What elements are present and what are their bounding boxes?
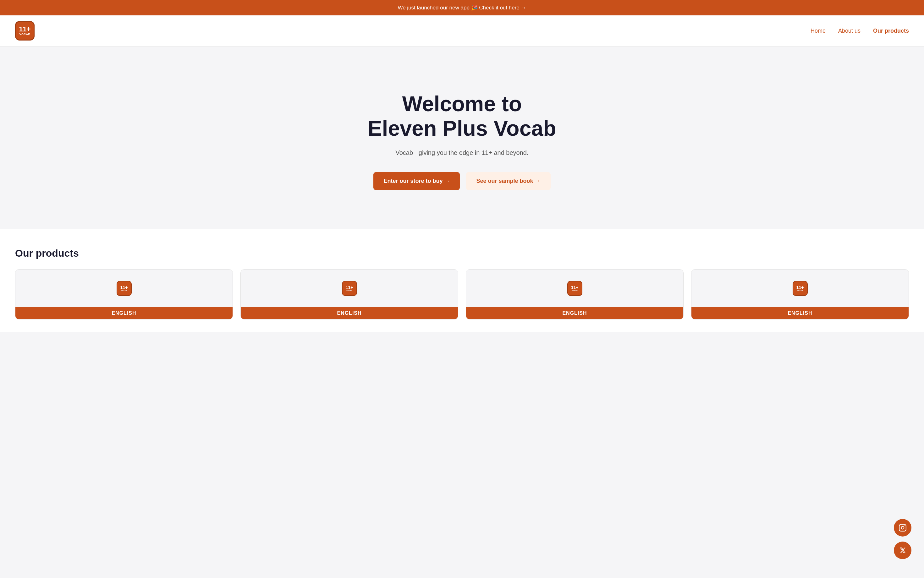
- product-logo-1: 11+ Vocab: [117, 281, 132, 296]
- product-card-1[interactable]: 11+ Vocab ENGLISH: [15, 269, 233, 320]
- product-card-3[interactable]: 11+ Vocab ENGLISH: [466, 269, 683, 320]
- nav-products[interactable]: Our products: [873, 28, 909, 34]
- hero-buttons: Enter our store to buy → See our sample …: [373, 172, 550, 190]
- announcement-link[interactable]: here →: [509, 5, 526, 11]
- hero-title-line2: Eleven Plus Vocab: [368, 116, 556, 140]
- products-section-title: Our products: [15, 248, 909, 259]
- logo-vocab: Vocab: [19, 32, 30, 36]
- product-card-top-4: 11+ Vocab: [691, 270, 909, 307]
- nav-home[interactable]: Home: [810, 28, 826, 34]
- logo[interactable]: 11+ Vocab: [15, 21, 34, 41]
- hero-section: Welcome to Eleven Plus Vocab Vocab - giv…: [0, 47, 924, 229]
- product-logo-4: 11+ Vocab: [793, 281, 808, 296]
- products-section: Our products 11+ Vocab ENGLISH 11+ Vocab…: [0, 229, 924, 332]
- hero-subtitle: Vocab - giving you the edge in 11+ and b…: [395, 149, 528, 156]
- product-label-4: ENGLISH: [691, 307, 909, 319]
- sample-book-button[interactable]: See our sample book →: [466, 172, 550, 190]
- product-card-top-3: 11+ Vocab: [466, 270, 683, 307]
- products-grid: 11+ Vocab ENGLISH 11+ Vocab ENGLISH 11+ …: [15, 269, 909, 320]
- product-label-1: ENGLISH: [15, 307, 233, 319]
- hero-title-line1: Welcome to: [402, 92, 522, 115]
- announcement-text: We just launched our new app 🎉 Check it …: [398, 5, 507, 11]
- logo-number: 11+: [19, 26, 31, 32]
- store-button[interactable]: Enter our store to buy →: [373, 172, 460, 190]
- product-card-4[interactable]: 11+ Vocab ENGLISH: [691, 269, 909, 320]
- announcement-banner: We just launched our new app 🎉 Check it …: [0, 0, 924, 15]
- product-logo-2: 11+ Vocab: [342, 281, 357, 296]
- header: 11+ Vocab Home About us Our products: [0, 15, 924, 47]
- logo-box: 11+ Vocab: [15, 21, 34, 41]
- product-card-top-2: 11+ Vocab: [241, 270, 458, 307]
- nav: Home About us Our products: [810, 28, 909, 34]
- product-label-3: ENGLISH: [466, 307, 683, 319]
- product-logo-3: 11+ Vocab: [567, 281, 582, 296]
- nav-about[interactable]: About us: [838, 28, 861, 34]
- product-card-top-1: 11+ Vocab: [15, 270, 233, 307]
- product-label-2: ENGLISH: [241, 307, 458, 319]
- product-card-2[interactable]: 11+ Vocab ENGLISH: [241, 269, 458, 320]
- hero-title: Welcome to Eleven Plus Vocab: [368, 91, 556, 140]
